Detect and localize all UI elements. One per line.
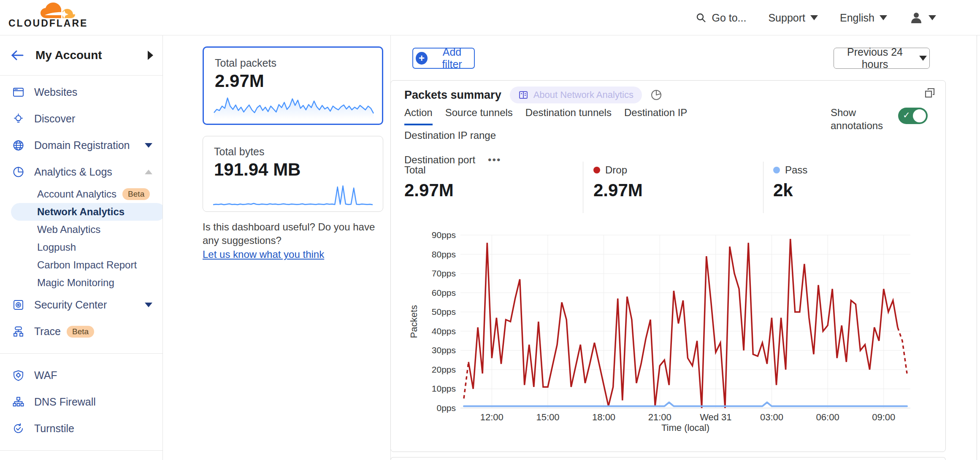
trace-icon — [13, 326, 24, 337]
packets-summary-panel: Packets summary About Network Analytics … — [390, 80, 946, 452]
svg-text:20pps: 20pps — [432, 365, 456, 374]
stat-value: 2.97M — [404, 180, 454, 200]
sidebar-item-analytics-logs[interactable]: Analytics & Logs — [0, 159, 162, 185]
sidebar-item-magic-monitoring[interactable]: Magic Monitoring — [0, 274, 162, 292]
refresh-check-icon — [13, 423, 24, 434]
account-header: My Account — [0, 35, 162, 76]
next-panel-edge — [390, 457, 946, 460]
goto-search[interactable]: Go to... — [696, 12, 746, 24]
sidebar-item-label: Analytics & Logs — [34, 166, 145, 178]
sidebar-item-web-analytics[interactable]: Web Analytics — [0, 221, 162, 238]
sidebar-item-label: Web Analytics — [37, 224, 100, 235]
sidebar-item-turnstile[interactable]: Turnstile — [0, 415, 162, 442]
sidebar-item-account-analytics[interactable]: Account AnalyticsBeta — [0, 185, 162, 203]
account-title[interactable]: My Account — [35, 49, 148, 62]
stat-label-row: Pass — [773, 164, 807, 176]
chevron-right-icon[interactable] — [148, 51, 153, 60]
sidebar-item-label: WAF — [34, 369, 152, 382]
beta-badge: Beta — [122, 188, 150, 200]
sidebar-item-domain-registration[interactable]: Domain Registration — [0, 132, 162, 159]
toggle-knob — [913, 109, 926, 122]
chevron-down-icon — [810, 15, 818, 20]
tab-destination-ip[interactable]: Destination IP — [624, 107, 687, 125]
dns-tree-icon — [13, 396, 24, 408]
card-title: Total bytes — [214, 146, 383, 158]
svg-text:80pps: 80pps — [432, 249, 456, 259]
svg-text:90pps: 90pps — [432, 230, 456, 240]
logo-text: CLOUDFLARE — [8, 18, 84, 29]
sidebar-item-label: Trace — [34, 325, 61, 338]
show-annotations-label: Show annotations — [831, 106, 881, 132]
user-menu[interactable] — [909, 11, 936, 25]
sidebar-item-discover[interactable]: Discover — [0, 106, 162, 132]
svg-text:50pps: 50pps — [432, 307, 456, 317]
card-value: 191.94 MB — [214, 160, 383, 180]
maximize-icon[interactable] — [923, 87, 936, 99]
sidebar-item-dns-firewall[interactable]: DNS Firewall — [0, 389, 162, 415]
svg-text:Packets: Packets — [409, 305, 419, 338]
svg-text:06:00: 06:00 — [816, 412, 839, 422]
total-bytes-card[interactable]: Total bytes 191.94 MB — [203, 136, 383, 212]
sidebar: My Account WebsitesDiscoverDomain Regist… — [0, 35, 163, 460]
chevron-down-icon[interactable] — [145, 303, 152, 307]
add-filter-label: Add filter — [433, 46, 471, 70]
stat-pass: Pass2k — [773, 164, 807, 200]
tabs-linebreak — [404, 151, 784, 154]
support-menu[interactable]: Support — [768, 12, 818, 24]
bulb-icon — [13, 113, 24, 124]
add-filter-button[interactable]: + Add filter — [412, 48, 475, 69]
bytes-sparkline — [212, 183, 374, 207]
globe-icon — [13, 140, 24, 151]
about-badge-label: About Network Analytics — [533, 89, 633, 100]
pie-icon — [13, 166, 24, 178]
show-annotations-toggle[interactable]: ✓ — [898, 108, 928, 124]
back-arrow-icon[interactable] — [10, 49, 24, 62]
tab-destination-tunnels[interactable]: Destination tunnels — [525, 107, 612, 125]
cloudflare-logo[interactable]: CLOUDFLARE — [8, 3, 84, 29]
legend-dot-pass — [773, 167, 780, 173]
stat-label: Drop — [605, 164, 627, 176]
card-value: 2.97M — [215, 71, 382, 91]
safe-icon — [13, 299, 24, 311]
about-network-analytics-badge[interactable]: About Network Analytics — [510, 87, 642, 103]
sidebar-item-security-center[interactable]: Security Center — [0, 292, 162, 318]
sidebar-item-label: Websites — [34, 86, 152, 98]
user-icon — [909, 11, 923, 25]
packets-chart: 0pps10pps20pps30pps40pps50pps60pps70pps8… — [406, 227, 931, 434]
chevron-up-icon[interactable] — [145, 170, 152, 174]
chevron-down-icon — [919, 56, 927, 61]
sidebar-item-carbon-impact-report[interactable]: Carbon Impact Report — [0, 256, 162, 274]
sidebar-item-label: Discover — [34, 113, 152, 125]
svg-text:21:00: 21:00 — [648, 412, 671, 422]
language-menu[interactable]: English — [840, 12, 887, 24]
goto-label: Go to... — [712, 12, 746, 24]
total-packets-card[interactable]: Total packets 2.97M — [203, 46, 383, 125]
check-icon: ✓ — [903, 110, 910, 120]
sidebar-item-label: Domain Registration — [34, 139, 145, 152]
window-edge — [977, 0, 977, 460]
tab-source-tunnels[interactable]: Source tunnels — [445, 107, 513, 125]
card-title: Total packets — [215, 57, 382, 69]
sidebar-nav: WebsitesDiscoverDomain RegistrationAnaly… — [0, 76, 162, 460]
panel-header: Packets summary About Network Analytics — [404, 87, 662, 103]
sidebar-item-network-analytics[interactable]: Network Analytics — [11, 203, 163, 221]
time-range-dropdown[interactable]: Previous 24 hours — [834, 48, 930, 69]
sidebar-item-waf[interactable]: WAF — [0, 362, 162, 389]
tab-destination-ip-range[interactable]: Destination IP range — [404, 130, 496, 146]
stat-total: Total2.97M — [404, 164, 454, 200]
shield-gear-icon — [13, 370, 24, 381]
more-tabs-icon[interactable]: ••• — [488, 154, 501, 171]
sidebar-item-label: Carbon Impact Report — [37, 259, 137, 271]
tab-action[interactable]: Action — [404, 107, 433, 125]
svg-text:Wed 31: Wed 31 — [700, 412, 731, 422]
sidebar-item-label: Turnstile — [34, 422, 152, 435]
sidebar-item-trace[interactable]: TraceBeta — [0, 318, 162, 345]
feedback-link[interactable]: Let us know what you think — [203, 248, 324, 261]
packets-sparkline — [213, 94, 374, 119]
beta-badge: Beta — [67, 326, 94, 338]
sidebar-item-websites[interactable]: Websites — [0, 79, 162, 106]
sidebar-item-logpush[interactable]: Logpush — [0, 238, 162, 256]
annotation-pie-icon[interactable] — [650, 89, 662, 101]
support-label: Support — [768, 12, 805, 24]
chevron-down-icon[interactable] — [145, 143, 152, 148]
